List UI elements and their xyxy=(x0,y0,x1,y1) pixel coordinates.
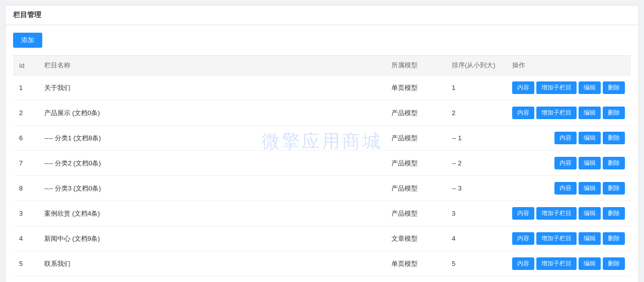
action-buttons: 内容增加子栏目编辑删除 xyxy=(512,232,625,245)
header-sort: 排序(从小到大) xyxy=(446,56,506,75)
edit-button[interactable]: 编辑 xyxy=(579,107,601,119)
cell-name: 关于我们 xyxy=(38,75,385,101)
edit-button[interactable]: 编辑 xyxy=(579,157,601,169)
action-buttons: 内容增加子栏目编辑删除 xyxy=(512,257,625,270)
table-row: 8---- 分类3 (文档0条)产品模型-- 3内容编辑删除 xyxy=(13,176,631,201)
table-row: 7---- 分类2 (文档0条)产品模型-- 2内容编辑删除 xyxy=(13,151,631,176)
add-child-button[interactable]: 增加子栏目 xyxy=(536,232,577,245)
cell-id: 3 xyxy=(13,201,38,226)
cell-sort: -- 2 xyxy=(446,151,506,176)
cell-action: 内容编辑删除 xyxy=(506,126,631,151)
cell-model: 产品模型 xyxy=(385,101,446,126)
header-name: 栏目名称 xyxy=(38,56,385,75)
cell-sort: 4 xyxy=(446,226,506,251)
edit-button[interactable]: 编辑 xyxy=(579,81,601,94)
add-button[interactable]: 添加 xyxy=(13,33,42,48)
add-child-button[interactable]: 增加子栏目 xyxy=(536,207,577,220)
header-model: 所属模型 xyxy=(385,56,446,75)
cell-action: 内容编辑删除 xyxy=(506,176,631,201)
cell-id: 7 xyxy=(13,151,38,176)
cell-sort: 3 xyxy=(446,201,506,226)
cell-model: 单页模型 xyxy=(385,75,446,101)
action-buttons: 内容增加子栏目编辑删除 xyxy=(512,207,625,220)
cell-action: 内容增加子栏目编辑删除 xyxy=(506,75,631,101)
content-button[interactable]: 内容 xyxy=(512,207,534,220)
cell-name: ---- 分类3 (文档0条) xyxy=(38,176,385,201)
content-button[interactable]: 内容 xyxy=(554,182,577,195)
edit-button[interactable]: 编辑 xyxy=(579,207,601,220)
cell-name: ---- 分类1 (文档8条) xyxy=(38,126,385,151)
edit-button[interactable]: 编辑 xyxy=(579,182,601,195)
cell-id: 4 xyxy=(13,226,38,251)
cell-action: 内容增加子栏目编辑删除 xyxy=(506,101,631,126)
cell-action: 内容增加子栏目编辑删除 xyxy=(506,201,631,226)
add-child-button[interactable]: 增加子栏目 xyxy=(536,81,577,94)
table-row: 6---- 分类1 (文档8条)产品模型-- 1内容编辑删除 xyxy=(13,126,631,151)
action-buttons: 内容编辑删除 xyxy=(512,182,625,195)
cell-id: 1 xyxy=(13,75,38,101)
cell-action: 内容增加子栏目编辑删除 xyxy=(506,251,631,276)
delete-button[interactable]: 删除 xyxy=(603,81,625,94)
delete-button[interactable]: 删除 xyxy=(603,257,625,270)
content-button[interactable]: 内容 xyxy=(512,232,534,245)
cell-id: 8 xyxy=(13,176,38,201)
cell-action: 内容编辑删除 xyxy=(506,151,631,176)
cell-sort: 2 xyxy=(446,101,506,126)
action-buttons: 内容编辑删除 xyxy=(512,132,625,144)
data-table: Id 栏目名称 所属模型 排序(从小到大) 操作 1关于我们单页模型1内容增加子… xyxy=(13,55,631,276)
delete-button[interactable]: 删除 xyxy=(603,157,625,169)
delete-button[interactable]: 删除 xyxy=(603,232,625,245)
add-child-button[interactable]: 增加子栏目 xyxy=(536,107,577,119)
content-button[interactable]: 内容 xyxy=(512,107,534,119)
cell-model: 产品模型 xyxy=(385,176,446,201)
cell-id: 6 xyxy=(13,126,38,151)
action-buttons: 内容编辑删除 xyxy=(512,157,625,169)
cell-name: 联系我们 xyxy=(38,251,385,276)
content-button[interactable]: 内容 xyxy=(554,132,577,144)
cell-sort: -- 3 xyxy=(446,176,506,201)
card-header: 栏目管理 xyxy=(6,6,638,25)
table-row: 2产品展示 (文档0条)产品模型2内容增加子栏目编辑删除 xyxy=(13,101,631,126)
header-action: 操作 xyxy=(506,56,631,75)
cell-model: 单页模型 xyxy=(385,251,446,276)
content-button[interactable]: 内容 xyxy=(512,81,534,94)
cell-model: 文章模型 xyxy=(385,226,446,251)
action-buttons: 内容增加子栏目编辑删除 xyxy=(512,107,625,119)
edit-button[interactable]: 编辑 xyxy=(579,257,601,270)
cell-model: 产品模型 xyxy=(385,151,446,176)
cell-name: ---- 分类2 (文档0条) xyxy=(38,151,385,176)
delete-button[interactable]: 删除 xyxy=(603,182,625,195)
header-id: Id xyxy=(13,56,38,75)
table-header-row: Id 栏目名称 所属模型 排序(从小到大) 操作 xyxy=(13,56,631,75)
delete-button[interactable]: 删除 xyxy=(603,207,625,220)
cell-id: 2 xyxy=(13,101,38,126)
cell-id: 5 xyxy=(13,251,38,276)
add-child-button[interactable]: 增加子栏目 xyxy=(536,257,577,270)
cell-name: 新闻中心 (文档9条) xyxy=(38,226,385,251)
table-row: 3案例欣赏 (文档4条)产品模型3内容增加子栏目编辑删除 xyxy=(13,201,631,226)
cell-sort: 5 xyxy=(446,251,506,276)
action-buttons: 内容增加子栏目编辑删除 xyxy=(512,81,625,94)
table-row: 4新闻中心 (文档9条)文章模型4内容增加子栏目编辑删除 xyxy=(13,226,631,251)
delete-button[interactable]: 删除 xyxy=(603,132,625,144)
cell-sort: -- 1 xyxy=(446,126,506,151)
cell-name: 案例欣赏 (文档4条) xyxy=(38,201,385,226)
delete-button[interactable]: 删除 xyxy=(603,107,625,119)
main-card: 栏目管理 添加 Id 栏目名称 所属模型 排序(从小到大) 操作 1关于我们单页… xyxy=(5,5,639,282)
cell-model: 产品模型 xyxy=(385,126,446,151)
page-wrapper: 微擎应用商城 栏目管理 添加 Id 栏目名称 所属模型 排序(从小到大) 操作 … xyxy=(0,0,644,282)
content-button[interactable]: 内容 xyxy=(512,257,534,270)
content-button[interactable]: 内容 xyxy=(554,157,577,169)
table-row: 5联系我们单页模型5内容增加子栏目编辑删除 xyxy=(13,251,631,276)
card-body: 添加 Id 栏目名称 所属模型 排序(从小到大) 操作 1关于我们单页模型1内容… xyxy=(6,25,638,282)
cell-sort: 1 xyxy=(446,75,506,101)
edit-button[interactable]: 编辑 xyxy=(579,232,601,245)
cell-model: 产品模型 xyxy=(385,201,446,226)
edit-button[interactable]: 编辑 xyxy=(579,132,601,144)
cell-action: 内容增加子栏目编辑删除 xyxy=(506,226,631,251)
cell-name: 产品展示 (文档0条) xyxy=(38,101,385,126)
table-row: 1关于我们单页模型1内容增加子栏目编辑删除 xyxy=(13,75,631,101)
